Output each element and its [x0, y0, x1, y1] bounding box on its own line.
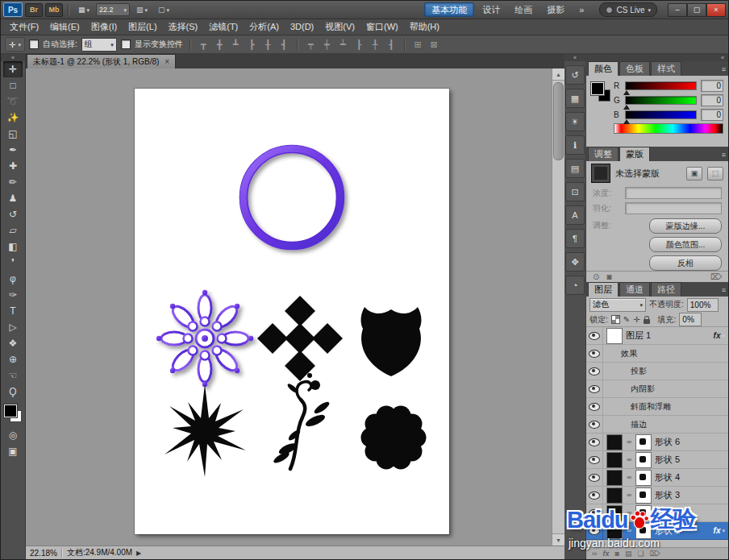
- move-tool[interactable]: ✛: [3, 61, 23, 77]
- apply-mask-icon[interactable]: ◙: [606, 272, 611, 281]
- menu-view[interactable]: 视图(V): [319, 19, 360, 35]
- close-button[interactable]: ×: [706, 3, 726, 17]
- badge-shape[interactable]: [361, 307, 422, 376]
- menu-window[interactable]: 窗口(W): [360, 19, 404, 35]
- channels-panel-icon[interactable]: ◔: [565, 276, 585, 295]
- workspace-design-button[interactable]: 设计: [476, 3, 506, 16]
- menu-filter[interactable]: 滤镜(T): [203, 19, 244, 35]
- arrange-documents-button[interactable]: ▥ ▾: [132, 3, 152, 16]
- effect-row-drop-shadow[interactable]: 投影: [586, 363, 728, 380]
- scalloped-flower-shape[interactable]: [361, 406, 427, 470]
- pen-tool[interactable]: ✑: [3, 287, 23, 303]
- layer-thumbnail[interactable]: [606, 487, 623, 504]
- bridge-icon[interactable]: Br: [25, 3, 43, 17]
- workspace-essentials-button[interactable]: 基本功能: [424, 2, 474, 17]
- gradient-tool[interactable]: ◧: [3, 239, 23, 255]
- menu-analysis[interactable]: 分析(A): [244, 19, 285, 35]
- align-hcenter-icon[interactable]: ╂: [262, 37, 274, 52]
- auto-blend-icon[interactable]: ⊠: [428, 37, 440, 52]
- slider-thumb[interactable]: [623, 105, 630, 110]
- minimize-button[interactable]: –: [668, 3, 687, 17]
- new-adjustment-layer-icon[interactable]: ▤: [625, 550, 632, 558]
- clone-stamp-tool[interactable]: ♟: [3, 190, 23, 206]
- effect-name[interactable]: 描边: [631, 419, 647, 430]
- layer-row-shape2[interactable]: ∞ 形状 2: [586, 504, 728, 522]
- menu-image[interactable]: 图像(I): [85, 19, 123, 35]
- distribute-right-icon[interactable]: ┨: [385, 37, 398, 52]
- delete-mask-icon[interactable]: ⌦: [710, 272, 722, 281]
- scrollbar-thumb[interactable]: [553, 82, 564, 160]
- mini-bridge-icon[interactable]: Mb: [45, 3, 63, 17]
- eyedropper-tool[interactable]: ✒: [3, 142, 23, 158]
- distribute-bottom-icon[interactable]: ┷: [337, 37, 349, 52]
- dodge-tool[interactable]: φ: [3, 271, 23, 287]
- workspace-painting-button[interactable]: 绘画: [508, 3, 539, 16]
- blur-tool[interactable]: ❜: [3, 255, 23, 271]
- invert-button[interactable]: 反相: [649, 255, 722, 271]
- clone-source-panel-icon[interactable]: ⊡: [565, 182, 585, 201]
- color-swatch-widget[interactable]: [591, 82, 610, 102]
- crop-tool[interactable]: ◱: [3, 126, 23, 142]
- menu-edit[interactable]: 编辑(E): [44, 19, 85, 35]
- align-top-icon[interactable]: ┳: [198, 37, 210, 52]
- marquee-tool[interactable]: □: [3, 77, 23, 93]
- effect-row-bevel-emboss[interactable]: 斜面和浮雕: [586, 398, 728, 416]
- distribute-hcenter-icon[interactable]: ╀: [369, 37, 381, 52]
- vector-mask-thumbnail[interactable]: [635, 505, 652, 521]
- scroll-down-icon[interactable]: ▼: [552, 533, 564, 545]
- distribute-vcenter-icon[interactable]: ┿: [321, 37, 333, 52]
- red-slider[interactable]: [625, 81, 697, 90]
- panel-menu-icon[interactable]: ≡: [722, 65, 726, 73]
- quick-selection-tool[interactable]: ✨: [3, 110, 23, 126]
- tab-layers[interactable]: 图层: [588, 282, 619, 297]
- layer-thumbnail[interactable]: [606, 523, 623, 539]
- menu-layer[interactable]: 图层(L): [123, 19, 162, 35]
- mask-edge-button[interactable]: 蒙版边缘...: [649, 218, 722, 234]
- visibility-toggle[interactable]: [586, 327, 603, 344]
- layer-name[interactable]: 形状 4: [655, 471, 680, 483]
- workspace-overflow-button[interactable]: »: [573, 3, 590, 16]
- path-selection-tool[interactable]: ▷: [3, 319, 23, 335]
- layer-row-shape3[interactable]: ∞ 形状 3: [586, 487, 728, 504]
- tab-color[interactable]: 颜色: [588, 61, 619, 76]
- navigator-panel-icon[interactable]: ✥: [565, 252, 585, 272]
- circle-ring-shape[interactable]: [240, 146, 344, 250]
- tab-adjustments[interactable]: 调整: [588, 147, 619, 161]
- restore-button[interactable]: ▢: [687, 3, 706, 17]
- layer-name[interactable]: 形状 1: [655, 525, 680, 537]
- eraser-tool[interactable]: ▱: [3, 222, 23, 239]
- workspace-photography-button[interactable]: 摄影: [540, 3, 571, 16]
- status-zoom-field[interactable]: 22.18%: [30, 549, 57, 558]
- document-canvas[interactable]: [135, 89, 449, 534]
- screen-mode-button[interactable]: ▢ ▾: [154, 3, 173, 16]
- add-pixel-mask-button[interactable]: ▣: [686, 167, 702, 180]
- layer-name[interactable]: 形状 2: [655, 507, 680, 519]
- add-layer-style-icon[interactable]: fx: [602, 550, 609, 558]
- vector-mask-thumbnail[interactable]: [635, 487, 652, 504]
- quick-mask-button[interactable]: ◎: [3, 427, 23, 443]
- visibility-toggle[interactable]: [586, 451, 603, 468]
- blue-slider[interactable]: [625, 110, 697, 119]
- tab-masks[interactable]: 蒙版: [619, 147, 650, 161]
- distribute-left-icon[interactable]: ┠: [353, 37, 365, 52]
- layer-row-shape6[interactable]: ∞ 形状 6: [586, 433, 728, 451]
- add-layer-mask-icon[interactable]: ◙: [614, 550, 619, 558]
- layer-row-shape5[interactable]: ∞ 形状 5: [586, 451, 728, 469]
- vector-mask-thumbnail[interactable]: [635, 523, 652, 539]
- green-value-field[interactable]: 0: [701, 94, 723, 106]
- effect-row-inner-shadow[interactable]: 内阴影: [586, 380, 728, 398]
- layer-thumbnail[interactable]: [606, 505, 623, 521]
- visibility-toggle[interactable]: [586, 363, 603, 380]
- tab-paths[interactable]: 路径: [651, 282, 681, 297]
- layer-name[interactable]: 形状 3: [655, 489, 680, 501]
- layer-thumbnail[interactable]: [606, 328, 623, 344]
- adjustments-panel-icon[interactable]: ☀: [565, 112, 585, 131]
- healing-brush-tool[interactable]: ✚: [3, 158, 23, 174]
- 3d-rotate-tool[interactable]: ⊕: [3, 351, 23, 367]
- screen-mode-toggle[interactable]: ▣: [3, 443, 23, 459]
- tool-preset-button[interactable]: ✛ ▾: [5, 37, 25, 52]
- blue-value-field[interactable]: 0: [701, 109, 723, 121]
- layer-name[interactable]: 图层 1: [626, 330, 651, 342]
- menu-file[interactable]: 文件(F): [4, 19, 44, 35]
- vector-mask-thumbnail[interactable]: [635, 434, 652, 450]
